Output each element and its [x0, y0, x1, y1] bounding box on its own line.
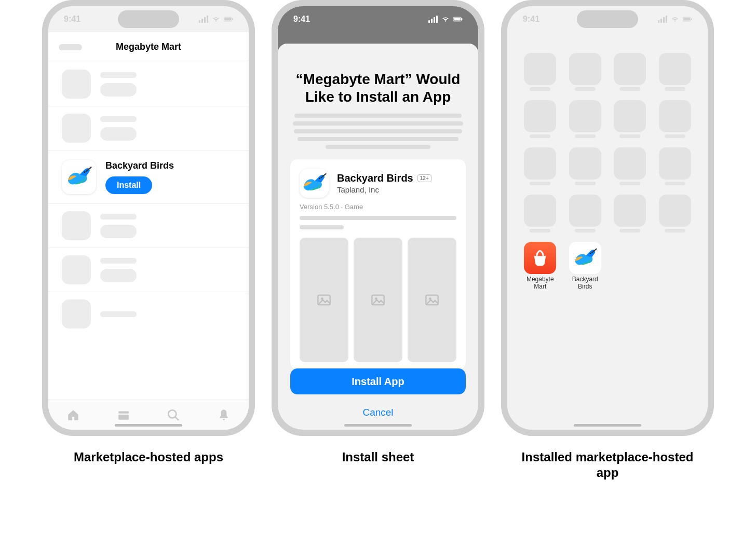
- phone1-frame: 9:41 Megabyte Mart: [42, 0, 255, 436]
- home-screen[interactable]: Megabyte Mart Backyard Birds: [507, 6, 708, 430]
- backyard-birds-app[interactable]: Backyard Birds: [564, 242, 606, 291]
- wifi-icon: [670, 16, 680, 23]
- dynamic-island: [347, 10, 409, 28]
- notifications-icon[interactable]: [217, 408, 231, 422]
- wifi-icon: [441, 16, 450, 23]
- dynamic-island: [577, 10, 638, 28]
- app-grid: Megabyte Mart Backyard Birds: [518, 53, 697, 291]
- version-category: Version 5.5.0 · Game: [300, 203, 456, 211]
- image-icon: [371, 293, 385, 307]
- app-thumbnail-placeholder: [62, 114, 91, 143]
- svg-rect-10: [454, 18, 461, 20]
- app-name-label: Backyard Birds: [105, 160, 174, 171]
- app-placeholder[interactable]: [654, 100, 696, 138]
- marketplace-screen: Megabyte Mart: [48, 6, 249, 430]
- app-thumbnail-placeholder: [62, 255, 91, 284]
- app-placeholder[interactable]: [654, 195, 696, 232]
- cancel-button[interactable]: Cancel: [278, 407, 478, 418]
- svg-point-8: [169, 410, 177, 418]
- nav-header: Megabyte Mart: [48, 32, 249, 62]
- app-placeholder[interactable]: [519, 195, 561, 232]
- developer-name: Tapland, Inc: [337, 185, 431, 194]
- screenshot-row[interactable]: [300, 238, 456, 362]
- status-time: 9:41: [523, 15, 539, 24]
- app-list[interactable]: Backyard Birds Install: [48, 62, 249, 400]
- dimmed-background: 9:41 “Megabyte Mart” Would Like to Insta…: [278, 6, 478, 430]
- svg-rect-6: [118, 411, 129, 413]
- page-title: Megabyte Mart: [48, 42, 249, 52]
- svg-rect-4: [224, 18, 231, 20]
- status-icons: [199, 16, 233, 23]
- home-indicator[interactable]: [574, 424, 641, 427]
- backyard-birds-icon: [62, 160, 96, 194]
- app-placeholder[interactable]: [609, 195, 651, 232]
- screenshot-placeholder[interactable]: [408, 238, 456, 362]
- phone2-column: 9:41 “Megabyte Mart” Would Like to Insta…: [272, 0, 484, 481]
- app-placeholder[interactable]: [564, 147, 606, 185]
- list-item[interactable]: [48, 62, 249, 106]
- cellular-icon: [428, 16, 438, 23]
- caption-phone2: Install sheet: [342, 449, 414, 465]
- list-item[interactable]: [48, 204, 249, 248]
- app-placeholder[interactable]: [609, 53, 651, 91]
- backyard-birds-icon: [300, 169, 329, 198]
- dynamic-island: [118, 10, 179, 28]
- sheet-headline: “Megabyte Mart” Would Like to Install an…: [290, 71, 466, 105]
- app-placeholder[interactable]: [654, 53, 696, 91]
- home-indicator[interactable]: [115, 424, 182, 427]
- battery-icon: [224, 16, 233, 23]
- phone1-column: 9:41 Megabyte Mart: [42, 0, 255, 481]
- app-title: Backyard Birds: [337, 172, 413, 184]
- browse-icon[interactable]: [117, 408, 130, 422]
- app-placeholder[interactable]: [564, 195, 606, 232]
- cellular-icon: [658, 16, 667, 23]
- status-time: 9:41: [64, 15, 80, 24]
- phone2-frame: 9:41 “Megabyte Mart” Would Like to Insta…: [272, 0, 484, 436]
- svg-rect-5: [232, 18, 233, 20]
- caption-phone3: Installed marketplace-hosted app: [509, 449, 706, 481]
- three-phone-layout: 9:41 Megabyte Mart: [0, 0, 756, 481]
- caption-phone1: Marketplace-hosted apps: [74, 449, 223, 465]
- install-button[interactable]: Install: [105, 176, 152, 194]
- svg-rect-11: [462, 18, 462, 20]
- app-thumbnail-placeholder: [62, 211, 91, 240]
- list-item[interactable]: [48, 106, 249, 150]
- list-item[interactable]: [48, 248, 249, 292]
- screenshot-placeholder[interactable]: [354, 238, 402, 362]
- status-time: 9:41: [293, 15, 310, 24]
- install-sheet: “Megabyte Mart” Would Like to Install an…: [278, 44, 478, 430]
- megabyte-mart-app[interactable]: Megabyte Mart: [519, 242, 561, 291]
- cellular-icon: [199, 16, 208, 23]
- list-item[interactable]: [48, 292, 249, 336]
- app-thumbnail-placeholder: [62, 299, 91, 328]
- search-icon[interactable]: [167, 408, 180, 422]
- wifi-icon: [211, 16, 221, 23]
- app-placeholder[interactable]: [519, 147, 561, 185]
- install-app-button[interactable]: Install App: [290, 368, 466, 394]
- backyard-birds-icon: [569, 242, 601, 274]
- backyard-birds-row[interactable]: Backyard Birds Install: [48, 150, 249, 204]
- app-placeholder[interactable]: [609, 147, 651, 185]
- app-placeholder[interactable]: [519, 100, 561, 138]
- home-indicator[interactable]: [344, 424, 412, 427]
- phone3-frame: 9:41: [501, 0, 714, 436]
- megabyte-mart-icon: [524, 242, 556, 274]
- image-icon: [317, 293, 331, 307]
- svg-rect-14: [691, 18, 692, 20]
- svg-rect-13: [683, 18, 690, 20]
- app-card: Backyard Birds 12+ Tapland, Inc Version …: [290, 159, 466, 369]
- status-icons: [428, 16, 463, 23]
- phone3-column: 9:41: [501, 0, 714, 481]
- app-placeholder[interactable]: [519, 53, 561, 91]
- app-placeholder[interactable]: [609, 100, 651, 138]
- app-placeholder[interactable]: [654, 147, 696, 185]
- battery-icon: [683, 16, 692, 23]
- description-placeholder: [290, 114, 466, 149]
- svg-rect-7: [118, 414, 129, 419]
- app-placeholder[interactable]: [564, 53, 606, 91]
- app-label: Backyard Birds: [564, 276, 606, 291]
- status-icons: [658, 16, 692, 23]
- app-placeholder[interactable]: [564, 100, 606, 138]
- screenshot-placeholder[interactable]: [300, 238, 348, 362]
- home-icon[interactable]: [66, 408, 80, 422]
